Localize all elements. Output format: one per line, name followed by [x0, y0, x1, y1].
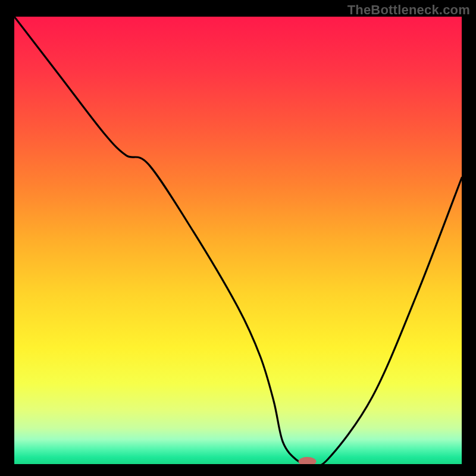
bottleneck-chart — [14, 17, 462, 464]
chart-frame: TheBottleneck.com — [0, 0, 476, 476]
watermark-text: TheBottleneck.com — [347, 2, 470, 18]
gradient-background — [14, 17, 462, 464]
plot-area — [14, 17, 462, 464]
